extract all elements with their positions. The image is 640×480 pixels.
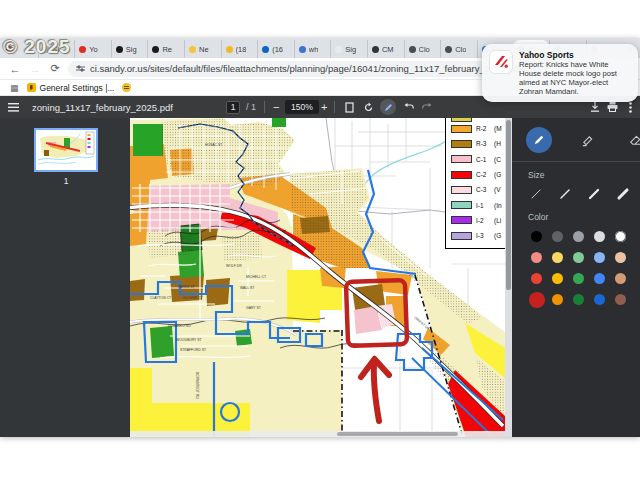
legend-row: R-3(H: [451, 136, 505, 151]
color-swatch[interactable]: [552, 252, 563, 263]
svg-text:WOLF DR: WOLF DR: [226, 264, 242, 268]
notification-body: Report: Knicks have White House delete m…: [519, 60, 631, 96]
notification-popup[interactable]: Yahoo Sports Report: Knicks have White H…: [482, 44, 638, 102]
browser-tab[interactable]: Sk: [38, 40, 75, 58]
tab-favicon: [335, 46, 342, 53]
bookmark-favicon[interactable]: [122, 83, 131, 92]
pdf-content: 1: [0, 118, 640, 437]
horizontal-scrollbar-thumb[interactable]: [337, 432, 458, 437]
stroke-size-row: [526, 184, 640, 204]
color-swatch[interactable]: [594, 252, 605, 263]
stroke-size-4[interactable]: [613, 184, 633, 204]
legend-swatch: [451, 118, 472, 122]
page-number-input[interactable]: 1: [226, 96, 240, 118]
tab-favicon: [116, 46, 123, 53]
pen-tool-button[interactable]: [526, 127, 552, 153]
browser-tab[interactable]: wh: [294, 40, 331, 58]
vertical-scrollbar[interactable]: [505, 118, 512, 437]
divider: [334, 101, 335, 113]
legend-swatch: [451, 140, 472, 148]
legend-row: C-3(V: [451, 182, 505, 197]
tune-icon: [76, 64, 85, 73]
color-swatch[interactable]: [552, 231, 563, 242]
browser-tab[interactable]: CM: [367, 40, 404, 58]
highlighter-tool-button[interactable]: [574, 127, 600, 153]
color-swatch[interactable]: [552, 294, 563, 305]
legend-row: C-1(C: [451, 152, 505, 167]
color-swatch[interactable]: [594, 231, 605, 242]
color-swatch[interactable]: [531, 252, 542, 263]
tool-row: [512, 125, 640, 155]
color-swatch-selected[interactable]: [529, 292, 545, 308]
eraser-icon: [629, 134, 640, 147]
browser-tab[interactable]: [2, 40, 38, 58]
screenshot-stage: © 2025 Sk Yo Sig Re Ne (18 (16 wh Sig CM…: [0, 0, 640, 480]
browser-tab[interactable]: Yo: [74, 40, 111, 58]
bookmark-general-settings[interactable]: General Settings |...: [27, 83, 115, 93]
color-swatch[interactable]: [615, 294, 626, 305]
browser-tab[interactable]: (16: [257, 40, 294, 58]
legend-swatch: [451, 186, 472, 194]
color-swatch[interactable]: [594, 294, 605, 305]
color-swatch[interactable]: [531, 273, 542, 284]
color-swatch[interactable]: [573, 273, 584, 284]
browser-tab[interactable]: Sig: [330, 40, 367, 58]
fit-page-icon[interactable]: [345, 96, 354, 118]
thumbnail-map-image: [36, 130, 96, 170]
legend-row: R-2(M: [451, 121, 505, 136]
svg-text:DUBARKO RD: DUBARKO RD: [168, 324, 191, 328]
color-swatch[interactable]: [615, 231, 626, 242]
eraser-tool-button[interactable]: [622, 127, 640, 153]
thumbnail-page-number: 1: [34, 176, 98, 186]
apps-grid-icon[interactable]: ▦: [10, 83, 19, 93]
color-label: Color: [528, 212, 640, 222]
browser-tab[interactable]: Ne: [184, 40, 221, 58]
page-thumbnail[interactable]: [34, 128, 98, 172]
back-icon[interactable]: ←: [8, 63, 22, 75]
notification-title: Yahoo Sports: [519, 50, 631, 60]
browser-tab[interactable]: Clo: [440, 40, 477, 58]
color-swatch[interactable]: [573, 231, 584, 242]
svg-text:BORNSTEDT RD: BORNSTEDT RD: [195, 372, 199, 399]
rotate-icon[interactable]: [363, 96, 374, 118]
pdf-page-viewport[interactable]: HOSAC ST WALL ST PARKS ST GLOVER CT CLAY…: [130, 118, 505, 437]
stroke-size-1[interactable]: [526, 184, 546, 204]
annotation-panel: Size Color: [512, 118, 640, 437]
legend-row: I-3(G: [451, 228, 505, 243]
stroke-size-3[interactable]: [584, 184, 604, 204]
notification-text: Yahoo Sports Report: Knicks have White H…: [519, 50, 631, 96]
thumbnail-panel: 1: [0, 118, 130, 437]
reload-icon[interactable]: ⟳: [48, 62, 62, 75]
svg-text:STRAFFORD ST: STRAFFORD ST: [180, 348, 206, 352]
zoom-in-button[interactable]: +: [321, 96, 327, 118]
color-swatch[interactable]: [531, 231, 542, 242]
color-swatch[interactable]: [573, 294, 584, 305]
browser-tab[interactable]: Sig: [111, 40, 148, 58]
zoom-level[interactable]: 150%: [285, 96, 319, 118]
stroke-size-2[interactable]: [555, 184, 575, 204]
tab-favicon: [79, 46, 86, 53]
svg-text:WOODBURY ST: WOODBURY ST: [176, 338, 202, 342]
divider: [264, 101, 265, 113]
redo-icon[interactable]: [421, 96, 432, 118]
legend-row: I-2(Li: [451, 213, 505, 228]
highlighter-icon: [581, 134, 594, 147]
zoom-out-button[interactable]: −: [273, 96, 279, 118]
color-swatch[interactable]: [615, 252, 626, 263]
color-swatch[interactable]: [573, 252, 584, 263]
download-doc-icon: [27, 83, 36, 92]
menu-icon[interactable]: [8, 96, 19, 118]
browser-tab[interactable]: Clo: [404, 40, 441, 58]
color-swatch[interactable]: [552, 273, 563, 284]
annotate-toggle[interactable]: [380, 96, 396, 118]
browser-tab[interactable]: Re: [147, 40, 184, 58]
forward-icon[interactable]: →: [28, 63, 42, 75]
browser-tab[interactable]: (18: [221, 40, 258, 58]
color-grid: [526, 226, 640, 310]
vertical-scrollbar-thumb[interactable]: [506, 120, 511, 290]
color-swatch[interactable]: [594, 273, 605, 284]
legend-swatch: [451, 125, 472, 133]
svg-text:HOSAC ST: HOSAC ST: [205, 143, 222, 147]
undo-icon[interactable]: [404, 96, 415, 118]
color-swatch[interactable]: [615, 273, 626, 284]
